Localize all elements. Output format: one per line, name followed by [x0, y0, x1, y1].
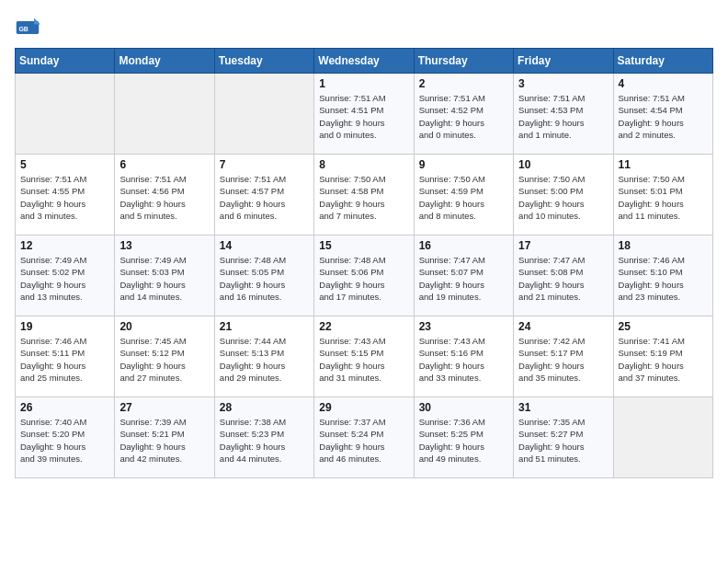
calendar-cell: 3Sunrise: 7:51 AM Sunset: 4:53 PM Daylig…: [514, 74, 613, 155]
day-number: 17: [518, 239, 608, 252]
logo: GB: [15, 15, 44, 40]
calendar-cell: [16, 74, 115, 155]
calendar-cell: 13Sunrise: 7:49 AM Sunset: 5:03 PM Dayli…: [115, 236, 214, 316]
calendar-cell: 17Sunrise: 7:47 AM Sunset: 5:08 PM Dayli…: [514, 236, 613, 316]
day-detail: Sunrise: 7:51 AM Sunset: 4:57 PM Dayligh…: [220, 173, 309, 222]
day-detail: Sunrise: 7:42 AM Sunset: 5:17 PM Dayligh…: [518, 335, 608, 384]
day-detail: Sunrise: 7:47 AM Sunset: 5:07 PM Dayligh…: [419, 254, 508, 303]
calendar-cell: [214, 74, 313, 155]
calendar-cell: 23Sunrise: 7:43 AM Sunset: 5:16 PM Dayli…: [414, 316, 513, 397]
day-number: 14: [220, 239, 309, 252]
calendar-cell: 31Sunrise: 7:35 AM Sunset: 5:27 PM Dayli…: [514, 397, 613, 478]
day-number: 8: [319, 158, 408, 171]
svg-text:GB: GB: [18, 26, 28, 32]
day-number: 15: [319, 239, 408, 252]
calendar-cell: 11Sunrise: 7:50 AM Sunset: 5:01 PM Dayli…: [613, 155, 712, 236]
calendar-cell: 25Sunrise: 7:41 AM Sunset: 5:19 PM Dayli…: [613, 316, 712, 397]
day-detail: Sunrise: 7:51 AM Sunset: 4:56 PM Dayligh…: [119, 173, 209, 222]
calendar-cell: 21Sunrise: 7:44 AM Sunset: 5:13 PM Dayli…: [214, 316, 313, 397]
day-number: 11: [619, 158, 708, 171]
calendar-cell: 9Sunrise: 7:50 AM Sunset: 4:59 PM Daylig…: [414, 155, 513, 236]
day-number: 29: [319, 401, 408, 414]
day-detail: Sunrise: 7:46 AM Sunset: 5:10 PM Dayligh…: [619, 254, 708, 303]
day-number: 19: [20, 320, 109, 333]
calendar-cell: 18Sunrise: 7:46 AM Sunset: 5:10 PM Dayli…: [613, 236, 712, 316]
day-number: 30: [419, 401, 508, 414]
day-number: 16: [419, 239, 508, 252]
day-number: 27: [119, 401, 209, 414]
day-detail: Sunrise: 7:50 AM Sunset: 5:01 PM Dayligh…: [619, 173, 708, 222]
day-detail: Sunrise: 7:50 AM Sunset: 4:58 PM Dayligh…: [319, 173, 408, 222]
day-number: 23: [419, 320, 508, 333]
calendar-week-row: 12Sunrise: 7:49 AM Sunset: 5:02 PM Dayli…: [16, 236, 713, 316]
day-header: Friday: [514, 49, 613, 74]
calendar-cell: 15Sunrise: 7:48 AM Sunset: 5:06 PM Dayli…: [314, 236, 414, 316]
calendar-cell: 22Sunrise: 7:43 AM Sunset: 5:15 PM Dayli…: [314, 316, 414, 397]
calendar-cell: 6Sunrise: 7:51 AM Sunset: 4:56 PM Daylig…: [115, 155, 214, 236]
day-number: 12: [20, 239, 109, 252]
day-number: 18: [619, 239, 708, 252]
day-detail: Sunrise: 7:51 AM Sunset: 4:55 PM Dayligh…: [20, 173, 109, 222]
day-detail: Sunrise: 7:47 AM Sunset: 5:08 PM Dayligh…: [518, 254, 608, 303]
day-number: 13: [119, 239, 209, 252]
day-number: 4: [619, 77, 708, 90]
day-detail: Sunrise: 7:41 AM Sunset: 5:19 PM Dayligh…: [619, 335, 708, 384]
day-detail: Sunrise: 7:50 AM Sunset: 5:00 PM Dayligh…: [518, 173, 608, 222]
calendar-cell: 8Sunrise: 7:50 AM Sunset: 4:58 PM Daylig…: [314, 155, 414, 236]
day-detail: Sunrise: 7:48 AM Sunset: 5:05 PM Dayligh…: [220, 254, 309, 303]
day-detail: Sunrise: 7:46 AM Sunset: 5:11 PM Dayligh…: [20, 335, 109, 384]
day-detail: Sunrise: 7:43 AM Sunset: 5:16 PM Dayligh…: [419, 335, 508, 384]
day-detail: Sunrise: 7:51 AM Sunset: 4:51 PM Dayligh…: [319, 92, 408, 141]
day-detail: Sunrise: 7:44 AM Sunset: 5:13 PM Dayligh…: [220, 335, 309, 384]
calendar-cell: 7Sunrise: 7:51 AM Sunset: 4:57 PM Daylig…: [214, 155, 313, 236]
calendar-cell: 16Sunrise: 7:47 AM Sunset: 5:07 PM Dayli…: [414, 236, 513, 316]
day-detail: Sunrise: 7:37 AM Sunset: 5:24 PM Dayligh…: [319, 416, 408, 465]
day-header: Sunday: [16, 49, 115, 74]
day-number: 6: [119, 158, 209, 171]
page-header: GB: [15, 15, 713, 40]
day-number: 20: [119, 320, 209, 333]
calendar-week-row: 1Sunrise: 7:51 AM Sunset: 4:51 PM Daylig…: [16, 74, 713, 155]
calendar-cell: [115, 74, 214, 155]
calendar-cell: 26Sunrise: 7:40 AM Sunset: 5:20 PM Dayli…: [16, 397, 115, 478]
calendar-week-row: 19Sunrise: 7:46 AM Sunset: 5:11 PM Dayli…: [16, 316, 713, 397]
day-header: Monday: [115, 49, 214, 74]
day-detail: Sunrise: 7:35 AM Sunset: 5:27 PM Dayligh…: [518, 416, 608, 465]
day-number: 22: [319, 320, 408, 333]
day-number: 9: [419, 158, 508, 171]
day-number: 26: [20, 401, 109, 414]
calendar-table: SundayMondayTuesdayWednesdayThursdayFrid…: [15, 48, 713, 478]
calendar-cell: 20Sunrise: 7:45 AM Sunset: 5:12 PM Dayli…: [115, 316, 214, 397]
day-detail: Sunrise: 7:51 AM Sunset: 4:54 PM Dayligh…: [619, 92, 708, 141]
calendar-cell: 30Sunrise: 7:36 AM Sunset: 5:25 PM Dayli…: [414, 397, 513, 478]
day-header: Wednesday: [314, 49, 414, 74]
day-number: 3: [518, 77, 608, 90]
day-number: 10: [518, 158, 608, 171]
calendar-cell: 28Sunrise: 7:38 AM Sunset: 5:23 PM Dayli…: [214, 397, 313, 478]
calendar-cell: 1Sunrise: 7:51 AM Sunset: 4:51 PM Daylig…: [314, 74, 414, 155]
day-detail: Sunrise: 7:45 AM Sunset: 5:12 PM Dayligh…: [119, 335, 209, 384]
day-number: 25: [619, 320, 708, 333]
calendar-cell: 2Sunrise: 7:51 AM Sunset: 4:52 PM Daylig…: [414, 74, 513, 155]
day-number: 28: [220, 401, 309, 414]
calendar-week-row: 5Sunrise: 7:51 AM Sunset: 4:55 PM Daylig…: [16, 155, 713, 236]
day-number: 2: [419, 77, 508, 90]
calendar-cell: 27Sunrise: 7:39 AM Sunset: 5:21 PM Dayli…: [115, 397, 214, 478]
day-detail: Sunrise: 7:50 AM Sunset: 4:59 PM Dayligh…: [419, 173, 508, 222]
day-detail: Sunrise: 7:51 AM Sunset: 4:52 PM Dayligh…: [419, 92, 508, 141]
day-header: Tuesday: [214, 49, 313, 74]
day-detail: Sunrise: 7:51 AM Sunset: 4:53 PM Dayligh…: [518, 92, 608, 141]
calendar-cell: 5Sunrise: 7:51 AM Sunset: 4:55 PM Daylig…: [16, 155, 115, 236]
day-detail: Sunrise: 7:39 AM Sunset: 5:21 PM Dayligh…: [119, 416, 209, 465]
day-number: 5: [20, 158, 109, 171]
calendar-cell: 10Sunrise: 7:50 AM Sunset: 5:00 PM Dayli…: [514, 155, 613, 236]
day-detail: Sunrise: 7:49 AM Sunset: 5:03 PM Dayligh…: [119, 254, 209, 303]
svg-marker-1: [34, 18, 40, 25]
calendar-cell: [613, 397, 712, 478]
day-detail: Sunrise: 7:48 AM Sunset: 5:06 PM Dayligh…: [319, 254, 408, 303]
day-number: 1: [319, 77, 408, 90]
logo-icon: GB: [15, 15, 40, 40]
calendar-cell: 4Sunrise: 7:51 AM Sunset: 4:54 PM Daylig…: [613, 74, 712, 155]
calendar-cell: 24Sunrise: 7:42 AM Sunset: 5:17 PM Dayli…: [514, 316, 613, 397]
day-number: 7: [220, 158, 309, 171]
